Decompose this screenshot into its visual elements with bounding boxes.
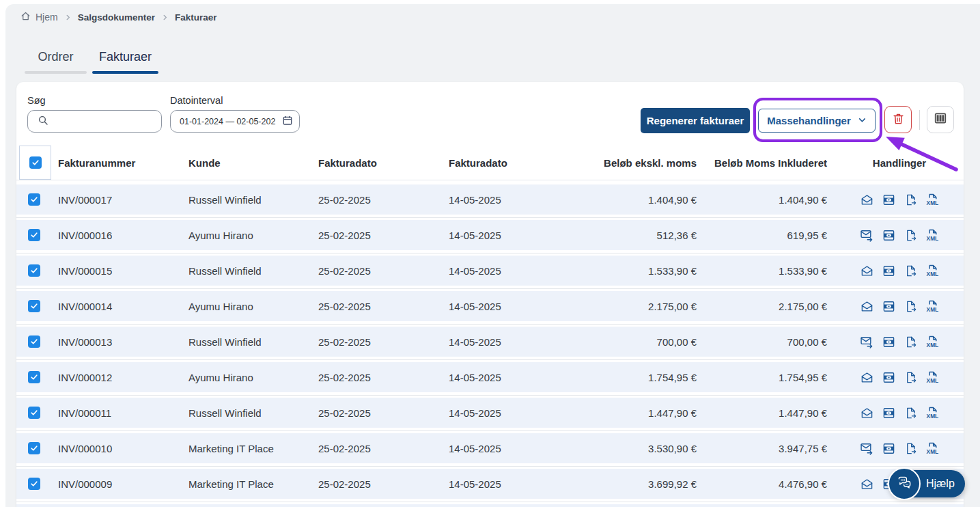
- xml-export-icon[interactable]: XML: [925, 263, 939, 278]
- open-mail-icon[interactable]: [860, 370, 873, 385]
- export-document-icon[interactable]: [904, 405, 917, 420]
- breadcrumb-home-label: Hjem: [36, 12, 58, 23]
- row-checkbox[interactable]: [28, 371, 40, 383]
- send-mail-icon[interactable]: [860, 228, 873, 243]
- row-checkbox[interactable]: [28, 407, 40, 419]
- invoice-card: Søg Datointerval 01-01-2024 — 02-05-202 …: [16, 82, 964, 507]
- row-checkbox[interactable]: [28, 229, 40, 241]
- export-document-icon[interactable]: [904, 370, 917, 385]
- date-range-label: Datointerval: [170, 95, 223, 106]
- table-row: INV/000013Russell Winfield25-02-202514-0…: [16, 327, 964, 357]
- table-row: INV/000016Ayumu Hirano25-02-202514-05-20…: [16, 220, 964, 250]
- invoice-date: 25-02-2025: [318, 372, 449, 383]
- invoice-date: 25-02-2025: [318, 194, 449, 206]
- xml-export-icon[interactable]: XML: [925, 299, 939, 314]
- preview-icon[interactable]: [882, 228, 895, 243]
- preview-icon[interactable]: [882, 405, 895, 420]
- export-document-icon[interactable]: [904, 263, 917, 278]
- export-document-icon[interactable]: [904, 441, 917, 456]
- search-input[interactable]: [27, 110, 162, 133]
- export-document-icon[interactable]: [904, 299, 917, 314]
- invoice-table-body: INV/000017Russell Winfield25-02-202514-0…: [16, 180, 964, 507]
- preview-icon[interactable]: [882, 192, 895, 207]
- xml-export-icon[interactable]: XML: [925, 228, 939, 243]
- breadcrumb: Hjem Salgsdokumenter Fakturaer: [20, 11, 216, 23]
- open-mail-icon[interactable]: [860, 405, 873, 420]
- invoice-number: INV/000014: [58, 301, 188, 312]
- row-checkbox[interactable]: [28, 442, 40, 454]
- invoice-number: INV/000013: [58, 336, 188, 348]
- open-mail-icon[interactable]: [860, 192, 873, 207]
- chevron-right-icon: [64, 14, 72, 21]
- invoice-date: 25-02-2025: [318, 301, 449, 312]
- export-document-icon[interactable]: [904, 334, 917, 349]
- columns-icon: [933, 111, 948, 128]
- bulk-actions-label: Massehandlinger: [767, 115, 851, 126]
- breadcrumb-salgsdokumenter[interactable]: Salgsdokumenter: [78, 12, 155, 23]
- toolbar-divider: [919, 110, 920, 130]
- row-checkbox[interactable]: [28, 264, 40, 277]
- date-range-input[interactable]: 01-01-2024 — 02-05-202: [170, 110, 300, 133]
- amount-incl-vat: 4.476,90 €: [697, 478, 827, 490]
- xml-export-icon[interactable]: XML: [925, 192, 939, 207]
- table-row: INV/000012Ayumu Hirano25-02-202514-05-20…: [16, 362, 964, 392]
- invoice-number: INV/000012: [58, 372, 188, 383]
- svg-text:XML: XML: [927, 377, 939, 384]
- open-mail-icon[interactable]: [860, 299, 873, 314]
- preview-icon[interactable]: [882, 441, 895, 456]
- regenerate-invoices-button[interactable]: Regenerer fakturaer: [641, 108, 750, 133]
- header-handlinger: Handlinger: [827, 157, 964, 169]
- amount-incl-vat: 1.533,90 €: [697, 265, 827, 277]
- customer-name: Ayumu Hirano: [188, 301, 318, 312]
- due-date: 14-05-2025: [449, 478, 566, 490]
- open-mail-icon[interactable]: [860, 476, 873, 491]
- row-checkbox[interactable]: [28, 335, 40, 348]
- row-checkbox[interactable]: [28, 300, 40, 312]
- table-header: Fakturanummer Kunde Fakturadato Fakturad…: [16, 145, 964, 180]
- tab-fakturaer-underline: [92, 71, 158, 74]
- tab-ordrer-label: Ordrer: [38, 50, 73, 64]
- export-document-icon[interactable]: [904, 228, 917, 243]
- table-row: INV/000010Marketing IT Place25-02-202514…: [16, 433, 964, 463]
- tab-ordrer-underline: [25, 71, 87, 74]
- table-row: INV/000015Russell Winfield25-02-202514-0…: [16, 256, 964, 286]
- invoice-number: INV/000017: [58, 194, 188, 206]
- header-kunde: Kunde: [188, 157, 318, 169]
- tab-ordrer[interactable]: Ordrer: [25, 50, 87, 74]
- column-settings-button[interactable]: [927, 106, 954, 133]
- xml-export-icon[interactable]: XML: [925, 370, 939, 385]
- preview-icon[interactable]: [882, 299, 895, 314]
- amount-excl-vat: 1.754,95 €: [566, 372, 697, 383]
- export-document-icon[interactable]: [904, 192, 917, 207]
- header-fakturadato-2: Fakturadato: [449, 157, 566, 169]
- chevron-down-icon: [858, 115, 867, 126]
- amount-incl-vat: 1.404,90 €: [697, 194, 827, 206]
- xml-export-icon[interactable]: XML: [925, 334, 939, 349]
- customer-name: Russell Winfield: [188, 336, 318, 348]
- open-mail-icon[interactable]: [860, 263, 873, 278]
- table-row: INV/000017Russell Winfield25-02-202514-0…: [16, 184, 964, 215]
- breadcrumb-home[interactable]: Hjem: [20, 11, 58, 23]
- send-mail-icon[interactable]: [860, 441, 873, 456]
- row-checkbox[interactable]: [28, 478, 40, 490]
- delete-button[interactable]: [884, 106, 912, 133]
- tab-fakturaer[interactable]: Fakturaer: [92, 50, 158, 74]
- preview-icon[interactable]: [882, 263, 895, 278]
- invoice-number: INV/000010: [58, 443, 188, 454]
- bulk-actions-button[interactable]: Massehandlinger: [758, 109, 876, 133]
- svg-text:XML: XML: [927, 413, 939, 420]
- row-checkbox[interactable]: [28, 193, 40, 206]
- help-button[interactable]: Hjælp: [889, 470, 965, 497]
- send-mail-icon[interactable]: [860, 334, 873, 349]
- select-all-checkbox[interactable]: [29, 156, 42, 169]
- svg-text:XML: XML: [927, 342, 939, 348]
- due-date: 14-05-2025: [449, 372, 566, 383]
- xml-export-icon[interactable]: XML: [925, 405, 939, 420]
- svg-text:XML: XML: [927, 271, 939, 277]
- preview-icon[interactable]: [882, 334, 895, 349]
- amount-incl-vat: 619,95 €: [697, 230, 827, 241]
- amount-incl-vat: 3.947,75 €: [697, 443, 827, 454]
- xml-export-icon[interactable]: XML: [925, 441, 939, 456]
- select-all-cell: [19, 146, 51, 180]
- preview-icon[interactable]: [882, 370, 895, 385]
